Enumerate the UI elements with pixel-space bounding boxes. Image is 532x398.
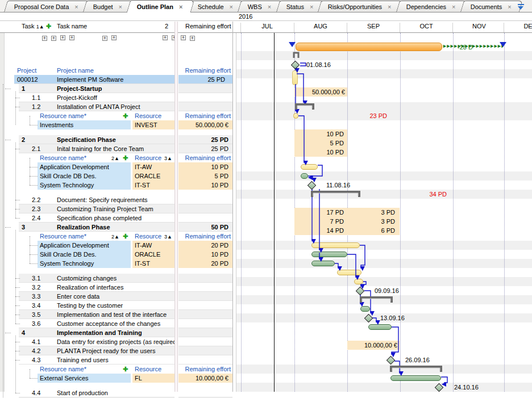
gantt-task-bar[interactable] xyxy=(293,113,298,119)
month-label-oct: OCT xyxy=(400,23,452,33)
gantt-row-stripe xyxy=(236,102,532,111)
resource-effort-band: 10.000,00 € xyxy=(347,341,400,350)
add-resource-icon: ✚ xyxy=(123,112,128,120)
tab-overflow-chevron-icon[interactable] xyxy=(518,4,524,9)
phase-name: Specification Phase xyxy=(57,136,116,143)
gantt-row-stripe xyxy=(236,277,532,286)
col-task-label[interactable]: Task 1▲ ✚ xyxy=(22,23,51,30)
tab-schedule[interactable]: Schedule× xyxy=(188,1,244,12)
gantt-task-bar[interactable] xyxy=(337,270,361,275)
table-row[interactable]: 3.4Testing by the customer xyxy=(0,301,233,310)
tab-close-icon[interactable]: × xyxy=(230,3,233,10)
tree-branch xyxy=(30,125,38,125)
table-row: Resource name*✚ResourceRemaining effort xyxy=(0,111,233,120)
expand-toggle[interactable]: + xyxy=(181,35,186,40)
milestone-diamond[interactable] xyxy=(364,314,373,323)
table-row[interactable]: 3.2Realization of interfaces xyxy=(0,283,233,292)
table-row[interactable]: 2.2Document: Specify requirements xyxy=(0,195,233,204)
tab-proposal-core-data[interactable]: Proposal Core Data× xyxy=(4,1,90,12)
tab-documents[interactable]: Documents× xyxy=(460,1,523,12)
table-row[interactable]: 3.6Customer acceptance of the changes xyxy=(0,319,233,328)
col-task-name-label[interactable]: Task name xyxy=(57,23,87,30)
table-row[interactable]: 3.1Customizing changes xyxy=(0,274,233,283)
header-project-name: Project name xyxy=(57,67,94,74)
column-splitter[interactable] xyxy=(174,22,178,392)
milestone-date: 01.08.16 xyxy=(306,61,331,68)
gantt-task-bar[interactable] xyxy=(354,279,363,284)
gantt-row-stripe xyxy=(236,383,532,392)
gantt-task-bar[interactable] xyxy=(311,242,360,248)
table-row[interactable]: 2.1Inital training for the Core Team25 P… xyxy=(0,144,233,153)
milestone-diamond[interactable] xyxy=(307,181,317,190)
tab-close-icon[interactable]: × xyxy=(508,3,512,10)
resource-effort: 10 PD xyxy=(178,164,228,170)
task-name: Document: Specify requirements xyxy=(57,196,148,203)
expand-toggle[interactable]: + xyxy=(190,36,195,41)
resource-effort-header: Remaining effort xyxy=(178,154,231,161)
tab-outline-plan[interactable]: Outline Plan× xyxy=(127,0,194,12)
project-name: Implement PM Software xyxy=(57,76,123,83)
gantt-task-bar[interactable] xyxy=(311,261,335,266)
tab-close-icon[interactable]: × xyxy=(268,3,271,10)
gantt-short-task-bar[interactable] xyxy=(292,70,298,85)
table-row[interactable]: 4.1Data entry for existing projects (as … xyxy=(0,337,233,346)
tab-budget[interactable]: Budget× xyxy=(83,1,134,12)
expand-toggle[interactable]: + xyxy=(51,36,56,41)
add-resource-icon: ✚ xyxy=(123,154,128,162)
pane-splitter[interactable] xyxy=(232,22,233,392)
tab-risks-opportunities[interactable]: Risks/Opportunities× xyxy=(318,1,403,12)
tree-branch xyxy=(15,200,20,200)
tab-close-icon[interactable]: × xyxy=(74,3,78,10)
resource-name-header: Resource name* xyxy=(40,233,86,240)
table-row[interactable]: 3Realization Phase50 PD xyxy=(0,223,233,232)
table-row[interactable]: 3.5Implementation and test of the interf… xyxy=(0,310,233,319)
gantt-task-bar[interactable] xyxy=(311,252,347,257)
expand-toggle[interactable]: + xyxy=(111,35,117,40)
expand-toggle[interactable]: + xyxy=(69,35,74,40)
table-row[interactable]: 2.4Specification phase completed xyxy=(0,213,233,223)
gantt-task-bar[interactable] xyxy=(390,375,441,381)
resource-effort-band: 17 PD3 PD xyxy=(294,208,400,217)
table-row[interactable]: 4Implementation and Training xyxy=(0,328,233,337)
gantt-task-bar[interactable] xyxy=(360,306,370,312)
gantt-task-bar[interactable] xyxy=(368,324,392,330)
table-row[interactable]: 1.1Project-Kickoff xyxy=(0,93,233,102)
tab-close-icon[interactable]: × xyxy=(388,3,392,10)
expand-toggle[interactable]: + xyxy=(163,35,168,40)
schedule-marker-icon xyxy=(500,42,506,47)
tree-branch xyxy=(5,227,11,228)
table-row[interactable]: 3.3Enter core data xyxy=(0,292,233,301)
expand-toggle[interactable]: + xyxy=(102,36,107,41)
tree-line xyxy=(30,158,30,185)
phase-id: 2 xyxy=(22,136,25,143)
milestone-diamond[interactable] xyxy=(356,287,365,296)
table-row[interactable]: 4.4Start of production xyxy=(0,388,233,397)
table-row[interactable]: 2Specification Phase25 PD xyxy=(0,135,233,144)
table-row[interactable]: 2.3Customizing Training Project Team xyxy=(0,204,233,213)
cell-background xyxy=(178,84,232,93)
col-remaining-effort-label[interactable]: Remaining effort xyxy=(185,23,231,30)
milestone-diamond[interactable] xyxy=(291,61,300,70)
gantt-task-bar[interactable] xyxy=(301,173,308,179)
expand-toggle[interactable]: + xyxy=(60,35,65,40)
table-row: Resource name*2▲✚Resource3▲Remaining eff… xyxy=(0,153,233,162)
table-row[interactable]: 000012Implement PM Software25 PD xyxy=(0,75,233,84)
milestone-diamond[interactable] xyxy=(386,356,396,365)
gantt-project-bar[interactable] xyxy=(296,43,442,51)
tab-label: Schedule× xyxy=(198,3,233,10)
table-row[interactable]: 1.2Installation of PLANTA Project xyxy=(0,102,233,111)
task-name: Inital training for the Core Team xyxy=(57,145,144,152)
gantt-task-bar[interactable] xyxy=(301,164,318,170)
tab-close-icon[interactable]: × xyxy=(452,3,455,10)
table-row[interactable]: 1Project-Startup xyxy=(0,84,233,93)
tab-close-icon[interactable]: × xyxy=(179,3,182,10)
table-row[interactable]: 4.3Training end users xyxy=(0,355,233,365)
tab-close-icon[interactable]: × xyxy=(310,3,313,10)
milestone-diamond[interactable] xyxy=(435,383,444,392)
tab-dependencies[interactable]: Dependencies× xyxy=(396,1,467,12)
expand-toggle[interactable]: + xyxy=(42,36,47,41)
task-id: 1.2 xyxy=(32,103,40,110)
table-row[interactable]: 4.2PLANTA Project ready for the users xyxy=(0,346,233,355)
tab-close-icon[interactable]: × xyxy=(119,3,122,10)
resource-effort: 10 PD xyxy=(178,251,228,258)
